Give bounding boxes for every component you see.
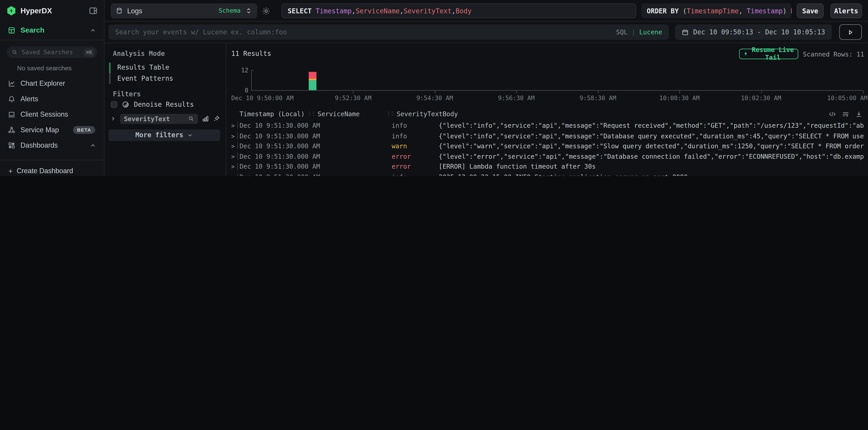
bar-chart-icon[interactable] bbox=[202, 115, 209, 122]
expand-row-icon[interactable]: > bbox=[231, 163, 235, 170]
source-label: Logs bbox=[127, 7, 214, 15]
live-tail-label: Resume Live Tail bbox=[751, 46, 795, 61]
x-axis bbox=[251, 90, 863, 91]
x-axis-label: 9:58:30 AM bbox=[580, 95, 616, 102]
results-panel: 11 Results Resume Live Tail Scanned Rows… bbox=[226, 43, 868, 176]
sidebar-item-dashboards[interactable]: Dashboards bbox=[0, 138, 104, 153]
table-row[interactable]: >Dec 10 9:51:30.000 AMinfo{"level":"info… bbox=[226, 120, 868, 130]
column-header-timestamp-local-[interactable]: Timestamp (Local) bbox=[240, 110, 305, 118]
expand-row-icon[interactable]: > bbox=[231, 174, 235, 176]
toggle-divider: | bbox=[631, 29, 635, 36]
drag-handle-icon[interactable]: ⋮⋮ bbox=[432, 111, 440, 116]
chevron-right-icon[interactable] bbox=[110, 116, 116, 122]
nav-item-label: Client Sessions bbox=[21, 110, 96, 118]
expand-row-icon[interactable]: > bbox=[231, 122, 235, 129]
search-icon bbox=[11, 49, 18, 55]
column-header-body[interactable]: ⋮⋮Body bbox=[432, 110, 458, 118]
table-row[interactable]: >Dec 10 9:51:30.000 AMinfo{"level":"info… bbox=[226, 131, 868, 141]
drag-handle-icon[interactable]: ⋮⋮ bbox=[307, 111, 315, 116]
select-query-input[interactable]: SELECT Timestamp,ServiceName,SeverityTex… bbox=[282, 3, 636, 18]
x-axis-tick bbox=[863, 91, 864, 93]
sidebar-item-alerts[interactable]: Alerts bbox=[0, 91, 104, 107]
shortcut-badge: ⌘K bbox=[84, 48, 95, 56]
alerts-button[interactable]: Alerts bbox=[831, 3, 862, 18]
sidebar-item-chart-explorer[interactable]: Chart Explorer bbox=[0, 76, 104, 91]
drag-handle-icon[interactable]: ⋮⋮ bbox=[386, 111, 394, 116]
mode-rail bbox=[109, 62, 111, 84]
denoise-checkbox[interactable] bbox=[111, 101, 117, 108]
cell-timestamp: Dec 10 9:51:30.000 AM bbox=[240, 132, 320, 140]
cell-timestamp: Dec 10 9:51:30.000 AM bbox=[240, 163, 320, 170]
code-token: Timestamp bbox=[747, 7, 782, 15]
column-header-label: Timestamp (Local) bbox=[240, 110, 305, 118]
chevron-up-icon[interactable] bbox=[90, 27, 96, 33]
download-icon[interactable] bbox=[855, 110, 863, 118]
order-by-input[interactable]: ORDER BY (TimestampTime, Timestamp) DESC bbox=[641, 3, 792, 18]
resume-live-tail-button[interactable]: Resume Live Tail bbox=[739, 48, 798, 59]
code-token: , bbox=[400, 7, 404, 15]
severity-filter-group: SeverityText bbox=[110, 114, 220, 124]
expand-row-icon[interactable]: > bbox=[231, 153, 235, 160]
x-axis-tick bbox=[516, 91, 517, 93]
event-search-input[interactable]: Search your events w/ Lucene ex. column:… bbox=[108, 25, 669, 40]
x-axis-tick bbox=[679, 91, 680, 93]
cell-body: [ERROR] Lambda function timeout after 30… bbox=[439, 163, 864, 170]
code-token: SeverityText bbox=[404, 7, 452, 15]
calendar-icon bbox=[682, 29, 689, 36]
x-axis-tick bbox=[598, 91, 598, 93]
denoise-results-toggle[interactable]: Denoise Results bbox=[111, 100, 194, 108]
source-select[interactable]: Logs Schema bbox=[111, 3, 257, 18]
search-placeholder: Search your events w/ Lucene ex. column:… bbox=[115, 29, 616, 36]
mode-results-table[interactable]: Results Table bbox=[117, 62, 220, 73]
column-header-servicename[interactable]: ⋮⋮ServiceName bbox=[307, 110, 360, 118]
column-header-label: Body bbox=[443, 110, 458, 118]
analysis-mode-label: Analysis Mode bbox=[113, 49, 165, 57]
main-area: Logs Schema SELECT Timestamp,ServiceName… bbox=[104, 0, 868, 176]
expand-row-icon[interactable]: > bbox=[231, 132, 235, 139]
bell-icon bbox=[8, 95, 16, 103]
table-row[interactable]: >Dec 10 9:51:30.000 AMwarn{"level":"warn… bbox=[226, 141, 868, 151]
content: Analysis Mode Results TableEvent Pattern… bbox=[104, 43, 868, 176]
x-axis-tick bbox=[761, 91, 762, 93]
sidebar-item-client-sessions[interactable]: Client Sessions bbox=[0, 107, 104, 122]
more-filters-button[interactable]: More filters bbox=[108, 129, 220, 141]
code-icon[interactable] bbox=[829, 110, 836, 118]
wrap-text-icon[interactable] bbox=[842, 110, 849, 118]
severity-filter-search[interactable]: SeverityText bbox=[120, 114, 198, 124]
collapse-sidebar-icon[interactable] bbox=[89, 6, 97, 15]
search-table-icon bbox=[8, 26, 16, 34]
select-updown-icon bbox=[245, 7, 252, 14]
nav-item-label: Service Map bbox=[21, 126, 68, 134]
time-range-picker[interactable]: Dec 10 09:50:13 - Dec 10 10:05:13 bbox=[675, 25, 832, 40]
create-dashboard-label: Create Dashboard bbox=[17, 167, 73, 175]
sidebar-item-service-map[interactable]: Service MapBETA bbox=[0, 122, 104, 138]
x-axis-label: Dec 10 9:50:00 AM bbox=[231, 95, 293, 102]
denoise-label: Denoise Results bbox=[134, 100, 194, 108]
table-row[interactable]: >Dec 10 9:51:30.000 AMinfo2025-12-09 22:… bbox=[226, 172, 868, 176]
expand-row-icon[interactable]: > bbox=[231, 143, 235, 150]
code-token: , bbox=[739, 7, 747, 15]
query-toolbar: Logs Schema SELECT Timestamp,ServiceName… bbox=[104, 0, 868, 22]
table-row[interactable]: >Dec 10 9:51:30.000 AMerror[ERROR] Lambd… bbox=[226, 161, 868, 172]
severity-filter-label: SeverityText bbox=[124, 115, 185, 123]
code-token: ( bbox=[683, 7, 687, 15]
create-dashboard-button[interactable]: + Create Dashboard bbox=[0, 164, 104, 176]
saved-searches-input[interactable]: Saved Searches ⌘K bbox=[6, 46, 97, 58]
cell-timestamp: Dec 10 9:51:30.000 AM bbox=[240, 173, 320, 176]
code-token: Body bbox=[456, 7, 471, 15]
sidebar-nav: Chart ExplorerAlertsClient SessionsServi… bbox=[0, 76, 104, 153]
pin-icon[interactable] bbox=[213, 115, 220, 122]
bar-segment-info bbox=[308, 80, 316, 90]
mode-event-patterns[interactable]: Event Patterns bbox=[117, 73, 220, 84]
table-row[interactable]: >Dec 10 9:51:30.000 AMerror{"level":"err… bbox=[226, 151, 868, 161]
run-query-button[interactable] bbox=[839, 25, 862, 40]
logo-row: HyperDX bbox=[0, 0, 104, 19]
save-button[interactable]: Save bbox=[797, 3, 824, 18]
sidebar: HyperDX Search Saved Searches ⌘K No save… bbox=[0, 0, 104, 176]
histogram-bar[interactable] bbox=[308, 70, 316, 90]
query-language-toggle: SQL | Lucene bbox=[616, 29, 662, 36]
sql-toggle[interactable]: SQL bbox=[616, 29, 628, 36]
source-settings-gear-icon[interactable] bbox=[262, 6, 271, 15]
lucene-toggle[interactable]: Lucene bbox=[639, 29, 662, 36]
sidebar-item-search[interactable]: Search bbox=[0, 21, 104, 40]
